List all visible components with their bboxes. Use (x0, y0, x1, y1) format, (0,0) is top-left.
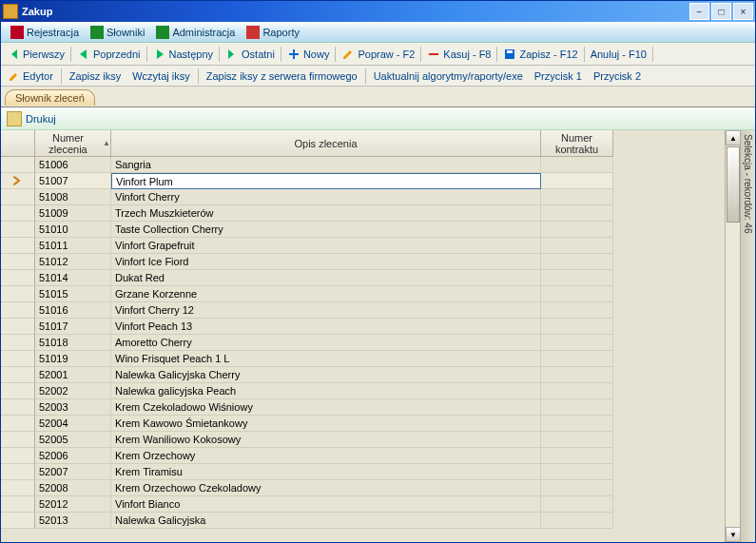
maximize-button[interactable]: □ (711, 3, 731, 20)
scroll-up-button[interactable]: ▲ (726, 130, 741, 145)
cell-opis[interactable]: Krem Waniliowo Kokosowy (111, 432, 541, 448)
menu-slowniki[interactable]: Słowniki (85, 23, 150, 42)
last-button[interactable]: Ostatni (222, 44, 279, 65)
table-row[interactable]: 51011Vinfort Grapefruit (1, 238, 725, 254)
cell-numer[interactable]: 52003 (35, 399, 111, 416)
cell-numer[interactable]: 52004 (35, 416, 111, 432)
cancel-button[interactable]: Anuluj - F10 (587, 44, 650, 65)
cell-numer[interactable]: 51017 (35, 319, 111, 335)
close-button[interactable]: × (733, 3, 753, 20)
table-row[interactable]: 51017Vinfort Peach 13 (1, 319, 725, 335)
table-row[interactable]: 51009Trzech Muszkieterów (1, 205, 725, 222)
cell-opis[interactable]: Vinfort Cherry (111, 189, 541, 205)
cell-numer[interactable]: 52005 (35, 432, 111, 448)
cell-opis[interactable]: Krem Czekoladowo Wiśniowy (111, 399, 541, 416)
cell-opis[interactable]: Vinfort Grapefruit (111, 238, 541, 254)
cell-numer[interactable]: 51011 (35, 238, 111, 254)
cell-kontrakt[interactable] (541, 157, 613, 173)
cell-kontrakt[interactable] (541, 464, 613, 480)
cell-numer[interactable]: 51016 (35, 302, 111, 319)
table-row[interactable]: 52004Krem Kawowo Śmietankowy (1, 416, 725, 432)
table-row[interactable]: 52003Krem Czekoladowo Wiśniowy (1, 399, 725, 416)
cell-opis[interactable]: Taste Collection Cherry (111, 222, 541, 238)
table-row[interactable]: 52007Krem Tiramisu (1, 464, 725, 480)
cell-numer[interactable]: 51008 (35, 189, 111, 205)
table-row[interactable]: 51016Vinfort Cherry 12 (1, 302, 725, 319)
cell-numer[interactable]: 52013 (35, 513, 111, 529)
prev-button[interactable]: Poprzedni (73, 44, 145, 65)
vertical-scrollbar[interactable]: ▲ ▼ (725, 130, 740, 542)
cell-opis[interactable]: Wino Frisquet Peach 1 L (111, 351, 541, 367)
menu-raporty[interactable]: Raporty (241, 23, 305, 42)
cell-kontrakt[interactable] (541, 335, 613, 351)
table-row[interactable]: 51014Dukat Red (1, 270, 725, 286)
cell-kontrakt[interactable] (541, 480, 613, 496)
cell-kontrakt[interactable] (541, 205, 613, 222)
cell-numer[interactable]: 51012 (35, 254, 111, 270)
scroll-thumb[interactable] (727, 146, 740, 223)
cell-kontrakt[interactable] (541, 432, 613, 448)
cell-numer[interactable]: 51014 (35, 270, 111, 286)
cell-kontrakt[interactable] (541, 319, 613, 335)
side-panel-tab[interactable]: Selekcja - rekordów: 46 (740, 130, 755, 542)
save-iksy-server-button[interactable]: Zapisz iksy z serwera firmowego (201, 70, 363, 82)
cell-kontrakt[interactable] (541, 173, 613, 189)
cell-kontrakt[interactable] (541, 367, 613, 383)
save-button[interactable]: Zapisz - F12 (499, 44, 581, 65)
cell-kontrakt[interactable] (541, 302, 613, 319)
cell-kontrakt[interactable] (541, 399, 613, 416)
cell-kontrakt[interactable] (541, 496, 613, 513)
cell-opis[interactable]: Krem Kawowo Śmietankowy (111, 416, 541, 432)
cell-opis[interactable]: Nalewka Galicyjska Cherry (111, 367, 541, 383)
scroll-down-button[interactable]: ▼ (726, 527, 741, 542)
table-row[interactable]: 52013Nalewka Galicyjska (1, 513, 725, 529)
col-header-opis[interactable]: Opis zlecenia (111, 130, 541, 157)
table-row[interactable]: 52005Krem Waniliowo Kokosowy (1, 432, 725, 448)
cell-numer[interactable]: 51006 (35, 157, 111, 173)
table-row[interactable]: 51015Grzane Korzenne (1, 286, 725, 302)
cell-opis[interactable]: Krem Tiramisu (111, 464, 541, 480)
table-row[interactable]: 52001Nalewka Galicyjska Cherry (1, 367, 725, 383)
cell-opis[interactable]: Grzane Korzenne (111, 286, 541, 302)
cell-opis[interactable]: Vinfort Cherry 12 (111, 302, 541, 319)
table-row[interactable]: 52006Krem Orzechowy (1, 448, 725, 464)
table-row[interactable]: 52002Nalewka galicyjska Peach (1, 383, 725, 399)
cell-kontrakt[interactable] (541, 286, 613, 302)
table-row[interactable]: 51018Amoretto Cherry (1, 335, 725, 351)
cell-opis[interactable]: Krem Orzechowo Czekoladowy (111, 480, 541, 496)
cell-numer[interactable]: 52006 (35, 448, 111, 464)
delete-button[interactable]: Kasuj - F8 (423, 44, 494, 65)
editor-button[interactable]: Edytor (3, 70, 59, 82)
cell-opis[interactable]: Trzech Muszkieterów (111, 205, 541, 222)
cell-kontrakt[interactable] (541, 513, 613, 529)
cell-numer[interactable]: 52012 (35, 496, 111, 513)
menu-rejestracja[interactable]: Rejestracja (5, 23, 85, 42)
col-header-kontrakt[interactable]: Numer kontraktu (541, 130, 613, 157)
cell-kontrakt[interactable] (541, 351, 613, 367)
col-header-numer[interactable]: Numer zlecenia▲ (35, 130, 111, 157)
cell-numer[interactable]: 52008 (35, 480, 111, 496)
load-iksy-button[interactable]: Wczytaj iksy (126, 70, 196, 82)
cell-kontrakt[interactable] (541, 254, 613, 270)
cell-opis[interactable]: Vinfort Bianco (111, 496, 541, 513)
cell-numer[interactable]: 52007 (35, 464, 111, 480)
cell-numer[interactable]: 51015 (35, 286, 111, 302)
cell-numer[interactable]: 52001 (35, 367, 111, 383)
table-row[interactable]: 52008Krem Orzechowo Czekoladowy (1, 480, 725, 496)
cell-kontrakt[interactable] (541, 238, 613, 254)
save-iksy-button[interactable]: Zapisz iksy (64, 70, 126, 82)
new-button[interactable]: Nowy (283, 44, 334, 65)
table-row[interactable]: 51010Taste Collection Cherry (1, 222, 725, 238)
cell-opis[interactable]: Nalewka Galicyjska (111, 513, 541, 529)
table-row[interactable]: 51008Vinfort Cherry (1, 189, 725, 205)
tab-slownik-zlecen[interactable]: Słownik zleceń (5, 89, 95, 106)
cell-numer[interactable]: 51007 (35, 173, 111, 189)
table-row[interactable]: 51006Sangria (1, 157, 725, 173)
table-row[interactable]: 51012Vinfort Ice Fiord (1, 254, 725, 270)
cell-opis[interactable]: Dukat Red (111, 270, 541, 286)
cell-opis[interactable]: Krem Orzechowy (111, 448, 541, 464)
cell-kontrakt[interactable] (541, 416, 613, 432)
cell-numer[interactable]: 51019 (35, 351, 111, 367)
cell-opis[interactable]: Sangria (111, 157, 541, 173)
cell-numer[interactable]: 52002 (35, 383, 111, 399)
